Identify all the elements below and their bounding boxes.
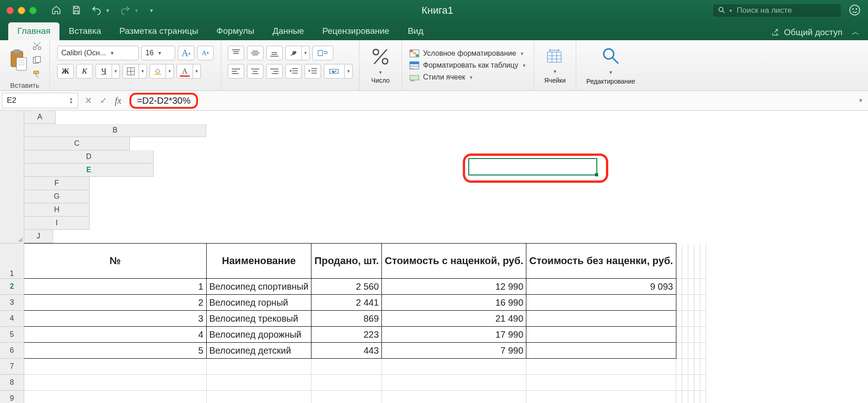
cell-C4[interactable]: 869 [311,311,382,327]
tab-insert[interactable]: Вставка [59,22,110,40]
italic-button[interactable]: К [76,64,93,79]
cell-A5[interactable]: 4 [24,327,207,343]
col-header-A[interactable]: A [24,111,56,124]
name-box[interactable]: E2 ▲▼ [2,93,78,108]
paste-icon[interactable] [7,48,29,74]
search-input[interactable] [736,5,836,16]
conditional-formatting-button[interactable]: Условное форматирование▼ [409,49,526,58]
cell-A1[interactable]: № [24,244,207,279]
cell-H1[interactable] [688,244,694,279]
wrap-text-button[interactable] [312,46,333,60]
orientation-button[interactable]: ab▼ [285,46,310,60]
percent-icon[interactable] [370,47,391,68]
cell-D3[interactable]: 16 990 [382,295,526,311]
cell-G1[interactable] [682,244,688,279]
align-center-icon[interactable] [247,64,263,79]
name-box-stepper[interactable]: ▲▼ [69,97,73,104]
cell-C6[interactable]: 443 [311,343,382,359]
col-header-J[interactable]: J [24,230,53,243]
cell-C3[interactable]: 2 441 [311,295,382,311]
row-header-2[interactable]: 2 [0,279,24,295]
cell-A4[interactable]: 3 [24,311,207,327]
row-header-8[interactable]: 8 [0,375,24,391]
cell-B4[interactable]: Велосипед трековый [206,311,311,327]
cell-styles-button[interactable]: Стили ячеек▼ [409,73,526,81]
font-color-button[interactable]: А▼ [177,64,201,79]
formula-bar-expand[interactable]: ▼ [858,97,863,104]
accept-formula-icon[interactable]: ✓ [100,95,107,106]
cell-B5[interactable]: Велосипед дорожный [206,327,311,343]
cell-B3[interactable]: Велосипед горный [206,295,311,311]
cell-E4[interactable] [526,311,676,327]
redo-icon[interactable] [120,5,130,16]
row-header-6[interactable]: 6 [0,343,24,359]
search-dropdown-icon[interactable]: ▾ [729,8,732,14]
underline-button[interactable]: Ч▼ [96,64,120,79]
cell-E3[interactable] [526,295,676,311]
tab-data[interactable]: Данные [263,22,313,40]
search-box[interactable]: ▾ [713,4,841,17]
align-right-icon[interactable] [266,64,283,79]
row-header-5[interactable]: 5 [0,327,24,343]
fill-color-button[interactable]: ▼ [150,64,174,79]
format-painter-icon[interactable] [32,70,42,80]
font-name-select[interactable]: Calibri (Осн...▼ [57,46,139,60]
row-header-9[interactable]: 9 [0,391,24,403]
cell-B1[interactable]: Наименование [206,244,311,279]
copy-icon[interactable] [32,56,42,66]
format-as-table-button[interactable]: Форматировать как таблицу▼ [409,61,526,69]
align-top-icon[interactable] [228,46,244,60]
merge-button[interactable]: a▼ [324,64,353,79]
align-middle-icon[interactable] [247,46,263,60]
row-header-4[interactable]: 4 [0,311,24,327]
increase-indent-icon[interactable] [305,64,321,79]
cell-F1[interactable] [676,244,682,279]
tab-layout[interactable]: Разметка страницы [110,22,207,40]
col-header-F[interactable]: F [24,177,90,190]
maximize-window-button[interactable] [29,7,37,14]
grow-font-button[interactable]: A▴ [178,46,194,60]
align-left-icon[interactable] [228,64,244,79]
decrease-indent-icon[interactable] [285,64,302,79]
minimize-window-button[interactable] [18,7,25,14]
save-icon[interactable] [71,5,81,16]
cell-C5[interactable]: 223 [311,327,382,343]
collapse-ribbon-button[interactable]: ︿ [852,27,860,40]
cell-A2[interactable]: 1 [24,279,207,295]
cell-E1[interactable]: Стоимость без наценки, руб. [526,244,676,279]
col-header-G[interactable]: G [24,190,90,203]
find-icon[interactable] [600,46,621,67]
cell-J1[interactable] [700,244,706,279]
cell-I1[interactable] [694,244,700,279]
cell-E6[interactable] [526,343,676,359]
cell-D2[interactable]: 12 990 [382,279,526,295]
undo-dropdown[interactable]: ▼ [105,8,110,13]
col-header-B[interactable]: B [24,124,206,137]
formula-input[interactable]: =D2-D2*30% [129,93,198,109]
borders-button[interactable]: ▼ [123,64,147,79]
row-header-7[interactable]: 7 [0,359,24,375]
row-header-3[interactable]: 3 [0,295,24,311]
cell-A6[interactable]: 5 [24,343,207,359]
qat-customize-dropdown[interactable]: ▼ [149,8,154,13]
cell-D4[interactable]: 21 490 [382,311,526,327]
undo-icon[interactable] [91,5,102,16]
tab-formulas[interactable]: Формулы [207,22,263,40]
font-size-select[interactable]: 16▼ [141,46,175,60]
bold-button[interactable]: Ж [57,64,74,79]
share-button[interactable]: Общий доступ [771,27,842,40]
cell-D5[interactable]: 17 990 [382,327,526,343]
col-header-E[interactable]: E [24,164,154,177]
home-icon[interactable] [51,5,61,16]
select-all-corner[interactable] [0,111,24,244]
cancel-formula-icon[interactable]: ✕ [85,95,92,106]
feedback-icon[interactable] [849,4,861,17]
redo-dropdown[interactable]: ▼ [134,8,139,13]
col-header-C[interactable]: C [24,137,130,150]
cell-C1[interactable]: Продано, шт. [311,244,382,279]
tab-home[interactable]: Главная [8,22,59,40]
cell-C2[interactable]: 2 560 [311,279,382,295]
shrink-font-button[interactable]: A▾ [197,46,214,60]
col-header-H[interactable]: H [24,203,90,217]
cell-A3[interactable]: 2 [24,295,207,311]
